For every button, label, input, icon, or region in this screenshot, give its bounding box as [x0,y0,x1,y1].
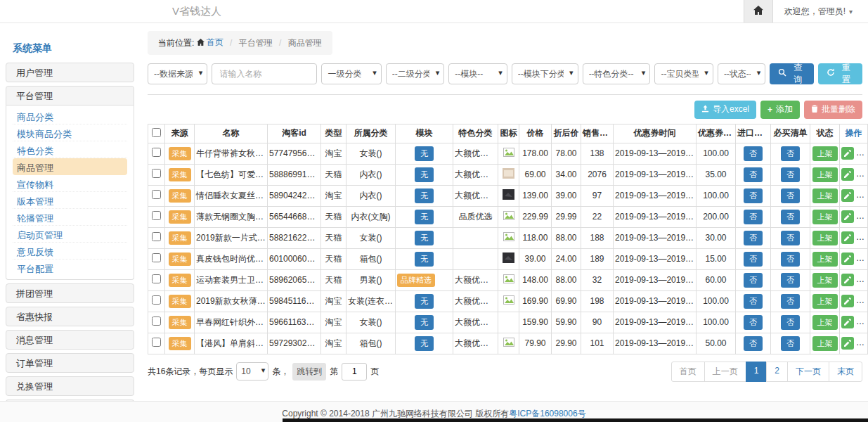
image-placeholder-icon [503,232,514,243]
import-select-toggle[interactable]: 否 [744,146,763,161]
row-checkbox[interactable] [152,169,161,178]
sidebar-subitem-active[interactable]: 商品管理 [13,158,127,175]
status-button[interactable]: 上架 [812,231,838,245]
sidebar-group[interactable]: 订单管理 [6,353,134,373]
row-checkbox[interactable] [152,316,161,326]
pager-item[interactable]: 2 [766,362,788,382]
must-buy-toggle[interactable]: 否 [781,210,800,224]
pager-item[interactable]: 末页 [829,362,862,382]
edit-button[interactable] [841,295,854,307]
jump-to-button[interactable]: 跳转到 [292,363,326,381]
import-select-toggle[interactable]: 否 [744,294,763,309]
status-button[interactable]: 上架 [812,167,838,182]
column-header: 折后价 [552,124,581,143]
filter-level1-category-select[interactable]: 一级分类 [321,63,381,84]
filter-item-type-select[interactable]: --宝贝类型-- [654,63,713,84]
sidebar-subitem[interactable]: 意见反馈 [13,243,127,260]
source-badge: 采集 [169,274,191,287]
per-page-select[interactable]: 10 [236,362,268,381]
module-badge: 品牌精选 [397,274,435,287]
sales-count-cell: 22 [581,206,614,227]
sidebar-subitem[interactable]: 平台配置 [13,260,127,276]
import-select-toggle[interactable]: 否 [744,315,763,330]
type-cell: 天猫 [321,227,346,248]
filter-level2-category-select[interactable]: --二级分类-- [386,63,444,84]
import-select-toggle[interactable]: 否 [744,210,763,224]
product-name-input[interactable] [212,63,317,84]
product-thumbnail [503,168,514,181]
edit-button[interactable] [841,210,854,223]
edit-button[interactable] [841,147,854,160]
edit-button[interactable] [841,337,854,350]
pager-item[interactable]: 下一页 [787,362,829,382]
edit-button[interactable] [841,274,854,286]
sidebar-group[interactable]: 省惠快报 [6,307,134,326]
row-checkbox[interactable] [152,211,161,220]
sidebar-group[interactable]: 拼团管理 [6,283,134,303]
sidebar-subitem[interactable]: 宣传物料 [13,175,127,192]
breadcrumb-home-link[interactable]: 首页 [197,37,224,49]
must-buy-toggle[interactable]: 否 [781,188,800,203]
edit-button[interactable] [841,189,854,202]
status-button[interactable]: 上架 [812,146,838,161]
row-checkbox[interactable] [152,253,161,262]
jump-page-input[interactable] [342,363,367,381]
import-select-toggle[interactable]: 否 [744,336,763,351]
pager-item[interactable]: 1 [746,362,767,382]
sidebar-subitem[interactable]: 版本管理 [13,192,127,209]
import-select-toggle[interactable]: 否 [744,231,763,245]
must-buy-toggle[interactable]: 否 [781,294,800,309]
reset-button[interactable]: 重置 [818,63,862,84]
sidebar-subitem[interactable]: 模块商品分类 [13,124,127,141]
status-button[interactable]: 上架 [812,336,838,351]
must-buy-toggle[interactable]: 否 [781,146,800,161]
must-buy-toggle[interactable]: 否 [781,273,800,288]
import-select-toggle[interactable]: 否 [744,167,763,182]
row-checkbox[interactable] [152,295,161,305]
import-excel-button[interactable]: 导入excel [694,101,756,119]
must-buy-toggle[interactable]: 否 [781,336,800,351]
import-select-toggle[interactable]: 否 [744,188,763,203]
edit-button[interactable] [841,231,854,244]
sidebar-subitem[interactable]: 商品分类 [13,108,127,124]
filter-status-select[interactable]: --状态-- [718,63,765,84]
sidebar-group[interactable]: 消息管理 [6,330,134,350]
sidebar-group-platform[interactable]: 平台管理 [6,86,134,106]
sidebar-group-users[interactable]: 用户管理 [6,63,134,82]
sidebar-subitem[interactable]: 启动页管理 [13,226,127,243]
status-button[interactable]: 上架 [812,294,838,309]
sidebar-subitem[interactable]: 特色分类 [13,141,127,158]
must-buy-toggle[interactable]: 否 [781,252,800,267]
edit-button[interactable] [841,316,854,328]
select-all-checkbox[interactable] [152,128,161,137]
row-checkbox[interactable] [152,232,161,241]
edit-button[interactable] [841,252,854,265]
filter-data-source-select[interactable]: --数据来源-- [148,63,207,84]
status-button[interactable]: 上架 [812,210,838,224]
search-button[interactable]: 查询 [770,63,814,84]
status-button[interactable]: 上架 [812,188,838,203]
sidebar-subitem[interactable]: 轮播管理 [13,209,127,226]
row-checkbox[interactable] [152,338,161,347]
import-select-toggle[interactable]: 否 [744,252,763,267]
row-checkbox[interactable] [152,274,161,283]
filter-module-subcategory-select[interactable]: --模块下分类-- [512,63,578,84]
edit-button[interactable] [841,168,854,181]
row-checkbox[interactable] [152,190,161,199]
status-button[interactable]: 上架 [812,315,838,330]
status-button[interactable]: 上架 [812,252,838,267]
batch-delete-button[interactable]: 批量删除 [804,101,862,119]
filter-feature-category-select[interactable]: --特色分类-- [583,63,651,84]
status-button[interactable]: 上架 [812,273,838,288]
user-menu[interactable]: 欢迎您，管理员! ▾ [773,6,868,18]
icp-link[interactable]: 粤ICP备16098006号 [509,409,585,418]
must-buy-toggle[interactable]: 否 [781,231,800,245]
filter-module-select[interactable]: --模块-- [448,63,507,84]
row-checkbox[interactable] [152,148,161,157]
add-button[interactable]: + 添加 [760,101,800,119]
sidebar-group[interactable]: 兑换管理 [6,376,134,396]
home-button[interactable] [744,0,773,23]
import-select-toggle[interactable]: 否 [744,273,763,288]
must-buy-toggle[interactable]: 否 [781,315,800,330]
must-buy-toggle[interactable]: 否 [781,167,800,182]
